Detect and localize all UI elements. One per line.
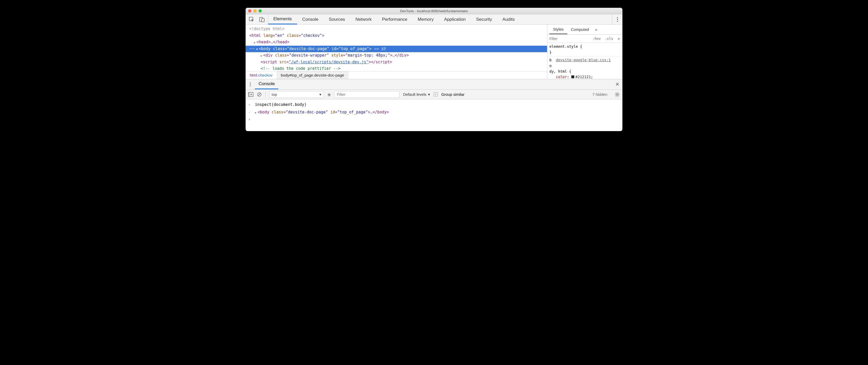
elements-panel: <!doctype html> <html lang="en" class="c… (246, 25, 547, 79)
dom-doctype[interactable]: <!doctype html> (249, 26, 547, 32)
log-levels-selector[interactable]: Default levels▾ (403, 92, 430, 97)
clear-console-icon[interactable] (257, 92, 262, 97)
dom-breadcrumbs: html.checkov body#top_of_page.devsite-do… (246, 71, 547, 79)
tab-performance[interactable]: Performance (377, 14, 412, 24)
device-toolbar-icon[interactable] (259, 16, 265, 22)
stylesheet-link[interactable]: devsite-google-blue.css:1 (556, 58, 611, 62)
svg-point-8 (250, 86, 251, 87)
output-chevron-icon: ‹ (248, 108, 252, 116)
main-menu-icon[interactable] (612, 14, 622, 24)
sidebar-tab-styles[interactable]: Styles (549, 25, 567, 34)
chevron-down-icon: ▾ (319, 92, 321, 97)
group-similar-label: Group similar (441, 92, 464, 97)
console-filter-input[interactable] (335, 91, 399, 98)
dom-html-open[interactable]: <html lang="en" class="checkov"> (249, 32, 547, 39)
svg-point-3 (617, 17, 618, 18)
styles-filter-input[interactable] (547, 37, 590, 41)
svg-point-4 (617, 19, 618, 20)
context-selector[interactable]: top▾ (269, 91, 324, 98)
cls-toggle[interactable]: .cls (603, 37, 615, 40)
drawer-tab-console[interactable]: Console (255, 79, 278, 89)
tab-audits[interactable]: Audits (497, 14, 520, 24)
console-prompt[interactable]: › (248, 116, 620, 123)
svg-point-6 (250, 82, 251, 83)
console-output[interactable]: › inspect(document.body) ‹ <body class="… (246, 99, 622, 131)
tab-memory[interactable]: Memory (412, 14, 439, 24)
close-window-button[interactable] (248, 9, 251, 12)
zoom-window-button[interactable] (258, 9, 262, 12)
styles-rules[interactable]: element.style { } b devsite-google-blue.… (547, 43, 622, 79)
chevron-down-icon: ▾ (428, 92, 430, 97)
inspect-element-icon[interactable] (249, 16, 254, 22)
tab-security[interactable]: Security (471, 14, 497, 24)
tab-sources[interactable]: Sources (323, 14, 350, 24)
drawer-menu-icon[interactable] (246, 79, 255, 89)
eye-icon[interactable]: ◉ (328, 92, 331, 97)
new-rule-icon[interactable]: ＋ (615, 36, 622, 42)
svg-line-18 (616, 93, 616, 93)
expand-arrow-icon[interactable] (255, 110, 257, 114)
show-sidebar-icon[interactable] (248, 92, 253, 97)
console-toolbar: top▾ ◉ Default levels▾ ✓ Group similar 7… (246, 90, 622, 99)
dom-tree[interactable]: <!doctype html> <html lang="en" class="c… (246, 25, 547, 71)
minimize-window-button[interactable] (253, 9, 256, 12)
console-settings-icon[interactable] (615, 92, 620, 97)
main-tabs: Elements Console Sources Network Perform… (268, 14, 520, 24)
console-input-row[interactable]: › inspect(document.body) (248, 101, 620, 108)
window-title: DevTools - localhost:8080/web/fundamenta… (400, 9, 468, 13)
dom-comment[interactable]: <!-- loads the code prettifier --> (249, 65, 547, 71)
prompt-chevron-icon: › (248, 116, 250, 123)
svg-point-5 (617, 21, 618, 22)
crumb-body[interactable]: body#top_of_page.devsite-doc-page (277, 71, 348, 79)
dom-body-selected[interactable]: ••• <body class="devsite-doc-page" id="t… (246, 46, 547, 53)
window-controls (248, 9, 262, 12)
styles-sidebar: Styles Computed » :hov .cls ＋ element.st… (547, 25, 622, 79)
tab-network[interactable]: Network (350, 14, 377, 24)
dom-div-wrapper[interactable]: <div class="devsite-wrapper" style="marg… (249, 52, 547, 59)
svg-line-20 (616, 96, 616, 96)
crumb-html[interactable]: html.checkov (246, 71, 277, 79)
svg-rect-2 (262, 19, 264, 22)
svg-point-7 (250, 84, 251, 85)
sidebar-tab-computed[interactable]: Computed (567, 25, 592, 34)
tab-application[interactable]: Application (439, 14, 471, 24)
titlebar: DevTools - localhost:8080/web/fundamenta… (246, 8, 622, 14)
input-chevron-icon: › (248, 101, 252, 108)
svg-line-12 (258, 93, 261, 96)
svg-line-21 (618, 93, 619, 93)
expand-arrow-icon[interactable] (256, 46, 259, 53)
console-drawer: Console ✕ top▾ ◉ Default levels▾ ✓ Group… (246, 79, 622, 131)
svg-rect-10 (248, 92, 250, 97)
dom-script-devsite[interactable]: <script src="/wf-local/scripts/devsite-d… (249, 59, 547, 66)
group-similar-checkbox[interactable]: ✓ (434, 92, 438, 96)
main-tab-bar: Elements Console Sources Network Perform… (246, 14, 622, 25)
sidebar-tab-more[interactable]: » (592, 25, 600, 34)
devtools-window: DevTools - localhost:8080/web/fundamenta… (246, 8, 622, 131)
color-swatch-icon[interactable] (571, 75, 574, 78)
console-output-row[interactable]: ‹ <body class="devsite-doc-page" id="top… (248, 108, 620, 116)
svg-point-13 (616, 94, 618, 95)
tab-elements[interactable]: Elements (268, 14, 297, 24)
rule-element-style[interactable]: element.style { } (549, 44, 620, 55)
hidden-siblings-indicator[interactable]: ••• (249, 46, 255, 52)
svg-line-19 (618, 96, 619, 96)
rule-body-html[interactable]: b devsite-google-blue.css:1 o dy, html {… (549, 57, 620, 79)
drawer-close-icon[interactable]: ✕ (612, 79, 622, 89)
hov-toggle[interactable]: :hov (590, 37, 603, 40)
dom-head[interactable]: <head>…</head> (249, 39, 547, 46)
hidden-count[interactable]: 7 hidden (592, 92, 607, 97)
tab-console[interactable]: Console (297, 14, 323, 24)
